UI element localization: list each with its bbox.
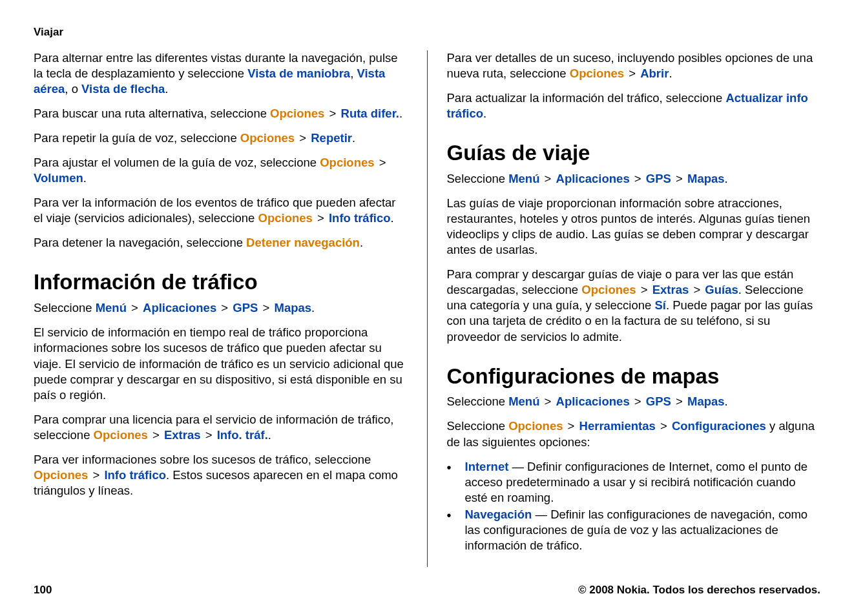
breadcrumb-separator: >: [674, 395, 684, 408]
text: Para actualizar la información del tráfi…: [447, 91, 726, 105]
link-mapas[interactable]: Mapas: [274, 301, 311, 314]
breadcrumb-separator: >: [640, 283, 649, 296]
link-abrir[interactable]: Abrir: [640, 67, 669, 80]
text: — Definir configuraciones de Internet, c…: [465, 460, 808, 504]
text: .: [165, 82, 168, 96]
breadcrumb-separator: >: [627, 67, 637, 80]
para-event-details: Para ver detalles de un suceso, incluyen…: [447, 50, 821, 81]
link-internet[interactable]: Internet: [465, 460, 509, 473]
link-opciones[interactable]: Opciones: [508, 419, 563, 433]
breadcrumb-separator: >: [692, 283, 702, 296]
link-aplicaciones[interactable]: Aplicaciones: [556, 395, 630, 408]
columns: Para alternar entre las diferentes vista…: [34, 50, 820, 567]
breadcrumb-separator: >: [543, 395, 553, 408]
footer: 100 © 2008 Nokia. Todos los derechos res…: [34, 584, 820, 597]
text: Seleccione: [447, 172, 509, 185]
link-vista-maniobra[interactable]: Vista de maniobra: [247, 67, 350, 80]
breadcrumb-separator: >: [262, 301, 271, 314]
link-navegacion[interactable]: Navegación: [465, 508, 532, 521]
link-opciones[interactable]: Opciones: [94, 428, 148, 442]
link-mapas[interactable]: Mapas: [687, 172, 725, 185]
para-config-path: Seleccione Opciones > Herramientas > Con…: [447, 418, 821, 449]
para-views: Para alternar entre las diferentes vista…: [34, 50, 408, 97]
link-repetir[interactable]: Repetir: [311, 131, 352, 145]
breadcrumb-separator: >: [130, 301, 140, 314]
link-opciones[interactable]: Opciones: [240, 131, 295, 145]
config-list: • Internet — Definir configuraciones de …: [447, 459, 821, 553]
para-buy-license: Para comprar una licencia para el servic…: [34, 412, 408, 443]
breadcrumb-separator: >: [91, 468, 101, 482]
link-info-traf[interactable]: Info. tráf.: [217, 428, 268, 442]
text: .: [399, 107, 402, 120]
para-view-events: Para ver informaciones sobre los sucesos…: [34, 452, 408, 498]
text: Seleccione: [447, 395, 509, 408]
text: .: [83, 171, 87, 185]
link-configuraciones[interactable]: Configuraciones: [672, 419, 766, 433]
link-extras[interactable]: Extras: [164, 428, 201, 442]
breadcrumb-separator: >: [204, 428, 214, 442]
link-detener-navegacion[interactable]: Detener navegación: [246, 236, 360, 249]
link-info-trafico[interactable]: Info tráfico: [329, 211, 391, 225]
breadcrumb-separator: >: [328, 107, 338, 120]
para-update-traffic: Para actualizar la información del tráfi…: [447, 90, 821, 121]
link-menu[interactable]: Menú: [508, 172, 539, 185]
link-info-trafico[interactable]: Info tráfico: [104, 468, 166, 482]
para-guides-desc: Las guías de viaje proporcionan informac…: [447, 196, 821, 258]
text: .: [268, 428, 271, 442]
text: .: [360, 236, 363, 249]
link-gps[interactable]: GPS: [233, 301, 258, 314]
breadcrumb-separator: >: [220, 301, 229, 314]
breadcrumb-separator: >: [316, 211, 326, 225]
link-aplicaciones[interactable]: Aplicaciones: [556, 172, 630, 185]
copyright: © 2008 Nokia. Todos los derechos reserva…: [578, 584, 820, 597]
breadcrumb-separator: >: [543, 172, 553, 185]
text: .: [352, 131, 355, 145]
link-menu[interactable]: Menú: [96, 301, 127, 314]
text: Seleccione: [34, 301, 96, 314]
page-number: 100: [34, 584, 52, 597]
link-volumen[interactable]: Volumen: [34, 171, 83, 185]
link-opciones[interactable]: Opciones: [581, 283, 636, 296]
text: . Estos sucesos aparecen en el mapa como…: [34, 468, 398, 497]
para-menu-path-1: Seleccione Menú > Aplicaciones > GPS > M…: [34, 300, 408, 316]
breadcrumb-separator: >: [633, 172, 643, 185]
link-herramientas[interactable]: Herramientas: [579, 419, 656, 433]
text: .: [669, 67, 672, 80]
heading-map-config: Configuraciones de mapas: [447, 363, 821, 391]
link-opciones[interactable]: Opciones: [270, 107, 324, 120]
para-menu-path-3: Seleccione Menú > Aplicaciones > GPS > M…: [447, 394, 821, 409]
para-buy-guides: Para comprar y descargar guías de viaje …: [447, 267, 821, 344]
link-opciones[interactable]: Opciones: [570, 67, 624, 80]
link-opciones[interactable]: Opciones: [258, 211, 313, 225]
page: Viajar Para alternar entre las diferente…: [0, 0, 854, 616]
link-vista-flecha[interactable]: Vista de flecha: [81, 82, 165, 96]
text: .: [725, 395, 728, 408]
list-item: • Internet — Definir configuraciones de …: [447, 459, 821, 506]
para-traffic-desc: El servicio de información en tiempo rea…: [34, 325, 408, 402]
section-header: Viajar: [34, 26, 820, 39]
link-extras[interactable]: Extras: [652, 283, 689, 296]
link-si[interactable]: Sí: [654, 298, 665, 312]
link-gps[interactable]: GPS: [646, 172, 671, 185]
para-stop-nav: Para detener la navegación, seleccione D…: [34, 235, 408, 251]
text: .: [725, 172, 728, 185]
breadcrumb-separator: >: [674, 172, 684, 185]
link-mapas[interactable]: Mapas: [687, 395, 725, 408]
text: Seleccione: [447, 419, 509, 433]
link-aplicaciones[interactable]: Aplicaciones: [143, 301, 216, 314]
text: Para detener la navegación, seleccione: [34, 236, 246, 249]
link-opciones[interactable]: Opciones: [320, 156, 374, 169]
link-ruta-difer[interactable]: Ruta difer.: [341, 107, 399, 120]
link-guias[interactable]: Guías: [705, 283, 738, 296]
link-opciones[interactable]: Opciones: [34, 468, 88, 482]
link-menu[interactable]: Menú: [508, 395, 539, 408]
breadcrumb-separator: >: [659, 419, 669, 433]
text: ,: [350, 67, 357, 80]
bullet-icon: •: [447, 459, 465, 506]
bullet-icon: •: [447, 507, 465, 553]
text: .: [391, 211, 394, 225]
breadcrumb-separator: >: [633, 395, 643, 408]
text: Para repetir la guía de voz, seleccione: [34, 131, 240, 145]
bullet-body: Navegación — Definir las configuraciones…: [465, 507, 821, 553]
link-gps[interactable]: GPS: [646, 395, 671, 408]
